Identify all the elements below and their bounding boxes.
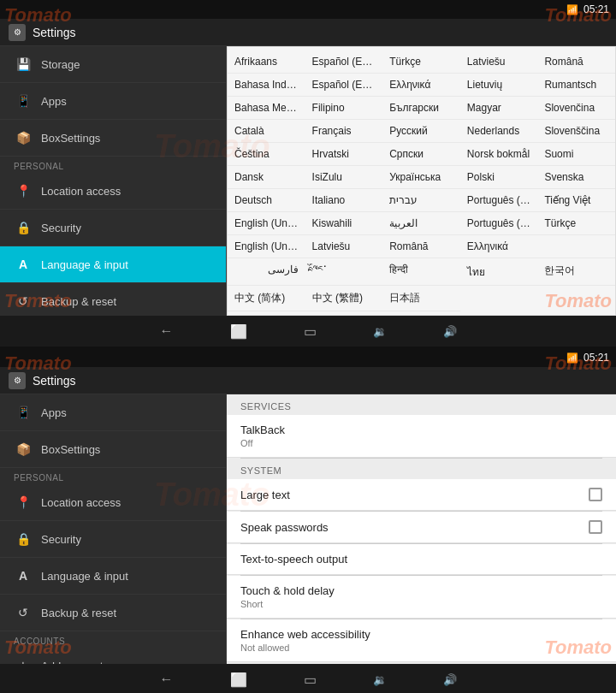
lang-korean[interactable]: 한국어 [537,258,615,286]
lang-lietuvy[interactable]: Lietuvių [460,74,538,97]
recents-button-b[interactable]: ▭ [297,668,323,691]
top-title-bar: ⚙ Settings [0,19,616,46]
sidebar-item-apps[interactable]: 📱 Apps [0,83,226,120]
lang-filipino[interactable]: Filipino [305,97,383,120]
sidebar-item-location-b[interactable]: 📍 Location access [0,484,226,521]
lang-bahasa-melayu[interactable]: Bahasa Melayu [228,97,305,120]
lang-slovencina[interactable]: Slovenčina [537,97,615,120]
back-button[interactable]: ← [153,320,181,342]
enhance-web-title: Enhance web accessibility [240,628,370,641]
section-personal-bottom: PERSONAL [0,468,226,484]
lang-suomi[interactable]: Suomi [537,143,615,166]
vol-down-button[interactable]: 🔉 [366,322,394,341]
sidebar-item-add-account-b[interactable]: + Add account [0,648,226,664]
recents-button[interactable]: ▭ [297,320,323,343]
sidebar-item-backup-b[interactable]: ↺ Backup & reset [0,595,226,631]
large-text-checkbox[interactable] [589,488,602,501]
lang-pt-pt[interactable]: Português (Portu [460,212,538,235]
lang-english-uk[interactable]: English (United Kin [228,212,305,235]
lang-greek[interactable]: Ελληνικά [382,74,460,97]
lang-bahasa-indonesia[interactable]: Bahasa Indonesia [228,74,305,97]
vol-up-button-b[interactable]: 🔊 [436,670,464,690]
language-icon-b: A [14,566,33,585]
lang-romana2[interactable]: Română [382,235,460,258]
lang-polski[interactable]: Polski [460,166,538,189]
lang-cestina[interactable]: Čeština [228,143,305,166]
sidebar-item-boxsettings[interactable]: 📦 BoxSettings [0,120,226,157]
lang-latviesu[interactable]: Latviešu [460,50,538,74]
lang-nederlands[interactable]: Nederlands [460,120,538,143]
lang-svenska[interactable]: Svenska [537,166,615,189]
touch-hold-item[interactable]: Touch & hold delay Short [227,576,616,619]
status-time: 05:21 [583,3,609,15]
sidebar-item-apps-label: Apps [41,95,67,108]
lang-hrvatski[interactable]: Hrvatski [305,143,383,166]
speak-passwords-checkbox[interactable] [589,520,602,534]
section-accounts-bottom: ACCOUNTS [0,631,226,648]
lang-slovensina[interactable]: Slovenščina [537,120,615,143]
sidebar-item-backup[interactable]: ↺ Backup & reset [0,283,226,316]
lang-ukrainian[interactable]: Українська [382,166,460,189]
vol-down-button-b[interactable]: 🔉 [366,670,394,690]
large-text-left: Large text [240,489,290,501]
lang-greek2[interactable]: Ελληνικά [460,235,538,258]
sidebar-item-security[interactable]: 🔒 Security [0,210,226,246]
lang-pt-br[interactable]: Português (Brasi [460,189,538,212]
lang-espanol-us[interactable]: Español (Estados U [305,74,383,97]
large-text-item[interactable]: Large text [227,479,616,511]
lang-russian[interactable]: Русский [382,120,460,143]
sidebar-item-security-b[interactable]: 🔒 Security [0,521,226,558]
home-button-b[interactable]: ⬜ [223,668,254,691]
lang-turkce[interactable]: Türkçe [382,50,460,74]
sidebar-item-storage[interactable]: 💾 Storage [0,46,226,83]
lang-viet[interactable]: Tiếng Việt [537,189,615,212]
lang-chinese-s[interactable]: 中文 (简体) [228,286,305,311]
back-button-b[interactable]: ← [153,668,181,690]
location-icon: 📍 [14,181,33,200]
tts-output-item[interactable]: Text-to-speech output [227,544,616,575]
lang-rumantsch[interactable]: Rumantsch [537,74,615,97]
lang-catala[interactable]: Català [228,120,305,143]
lang-hebrew[interactable]: עברית [382,189,460,212]
home-button[interactable]: ⬜ [223,320,254,343]
lang-english-us[interactable]: English (United States) [228,235,305,258]
sidebar-item-security-b-label: Security [41,533,81,546]
sidebar-item-storage-label: Storage [41,58,80,71]
lang-norsk[interactable]: Norsk bokmål [460,143,538,166]
sidebar-item-boxsettings-b[interactable]: 📦 BoxSettings [0,431,226,468]
vol-up-button[interactable]: 🔊 [436,322,464,341]
lang-bulgarian[interactable]: Български [382,97,460,120]
lang-francais[interactable]: Français [305,120,383,143]
lang-arabic[interactable]: العربية [382,212,460,235]
security-icon: 🔒 [14,218,33,237]
lang-turkce2[interactable]: Türkçe [537,212,615,235]
sidebar-item-location[interactable]: 📍 Location access [0,173,226,210]
lang-espanol-es[interactable]: Español (España) [305,50,383,74]
sidebar-item-apps-b[interactable]: 📱 Apps [0,394,226,431]
lang-deutsch[interactable]: Deutsch [228,189,305,212]
sidebar-item-backup-label: Backup & reset [41,295,116,308]
lang-latviesu2[interactable]: Latviešu [305,235,383,258]
talkback-item[interactable]: TalkBack Off [227,415,616,458]
lang-italiano[interactable]: Italiano [305,189,383,212]
lang-serbian[interactable]: Српски [382,143,460,166]
touch-hold-left: Touch & hold delay Short [240,584,335,609]
lang-thai[interactable]: ไทย [460,258,538,286]
sidebar-item-language-b[interactable]: A Language & input [0,558,226,595]
lang-romana[interactable]: Română [537,50,615,74]
speak-passwords-item[interactable]: Speak passwords [227,512,616,543]
bottom-sidebar: 📱 Apps 📦 BoxSettings PERSONAL 📍 Location… [0,394,227,664]
lang-dansk[interactable]: Dansk [228,166,305,189]
lang-isizulu[interactable]: IsiZulu [305,166,383,189]
lang-dzongkha[interactable]: ལྫོང་ [305,258,383,286]
sidebar-item-language-input[interactable]: A Language & input [0,246,226,283]
lang-japanese[interactable]: 日本語 [382,286,460,311]
lang-afrikaans[interactable]: Afrikaans [228,50,305,74]
lang-persian[interactable]: فارسی [228,258,305,286]
lang-hindi[interactable]: हिन्दी [382,258,460,286]
lang-kiswahili[interactable]: Kiswahili [305,212,383,235]
storage-icon: 💾 [14,55,33,74]
lang-magyar[interactable]: Magyar [460,97,538,120]
enhance-web-item[interactable]: Enhance web accessibility Not allowed [227,619,616,662]
lang-chinese-t[interactable]: 中文 (繁體) [305,286,383,311]
